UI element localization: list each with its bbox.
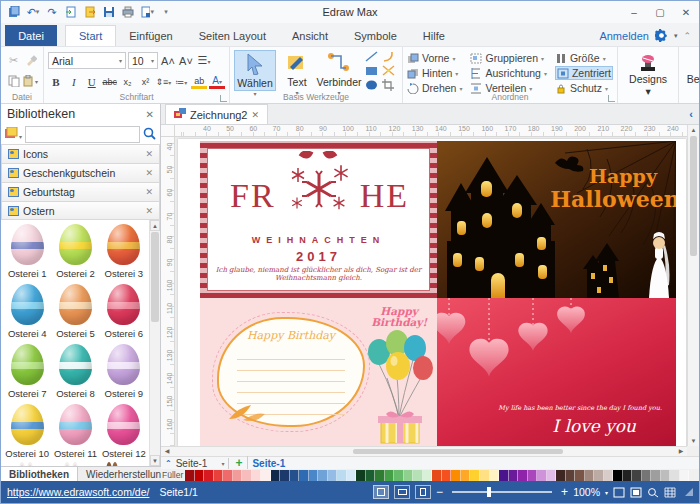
color-swatch[interactable] (651, 470, 661, 481)
brown-bunny-shape-icon[interactable] (103, 462, 137, 466)
export-icon[interactable] (83, 5, 97, 19)
color-swatch[interactable] (394, 470, 404, 481)
color-swatch[interactable] (290, 470, 300, 481)
crop-tool-icon[interactable] (381, 78, 398, 92)
color-swatch[interactable] (575, 470, 585, 481)
fit-window-icon[interactable] (613, 487, 625, 498)
library-item-geburtstag[interactable]: Geburtstag✕ (1, 182, 160, 201)
add-page-button[interactable]: + (233, 456, 248, 470)
color-swatch[interactable] (509, 470, 519, 481)
white-bunny-shape-icon[interactable] (58, 462, 84, 466)
line-spacing-icon[interactable]: ⇕≡▾ (155, 77, 171, 87)
scroll-up-icon[interactable]: ▲ (688, 125, 699, 135)
color-swatch[interactable] (195, 470, 205, 481)
library-item-close-icon[interactable]: ✕ (145, 206, 153, 216)
color-swatch[interactable] (556, 470, 566, 481)
menu-tab-einf-gen[interactable]: Einfügen (116, 25, 185, 46)
new-document-icon[interactable] (7, 5, 21, 19)
birthday-card[interactable]: Happy Birthday Happy Birthday! (200, 298, 437, 446)
hscroll-thumb[interactable] (353, 449, 563, 454)
color-swatch[interactable] (356, 470, 366, 481)
color-swatch[interactable] (385, 470, 395, 481)
shape-osterei-3[interactable]: Osterei 3 (100, 224, 148, 282)
highlight-color-icon[interactable]: ab (191, 76, 207, 89)
library-item-close-icon[interactable]: ✕ (145, 168, 153, 178)
document-tab[interactable]: Zeichnung2 ✕ (165, 104, 268, 124)
font-color-icon[interactable]: A▾ (209, 75, 225, 89)
tool-verbinder-button[interactable]: Verbinder▾ (318, 50, 360, 91)
menu-tab-symbole[interactable]: Symbole (341, 25, 410, 46)
print-icon[interactable] (121, 5, 135, 19)
fit-page-icon[interactable] (630, 487, 642, 498)
arc-tool-icon[interactable] (381, 50, 398, 64)
color-swatch[interactable] (642, 470, 652, 481)
scroll-down-icon[interactable]: ▼ (688, 436, 699, 446)
paste-icon[interactable]: ▾ (22, 73, 39, 89)
color-swatch[interactable] (594, 470, 604, 481)
color-swatch[interactable] (547, 470, 557, 481)
text-align-icon[interactable]: ☰▾ (196, 54, 212, 67)
line-tool-icon[interactable] (364, 50, 381, 64)
color-swatch[interactable] (680, 470, 690, 481)
color-swatch[interactable] (613, 470, 623, 481)
color-swatch[interactable] (585, 470, 595, 481)
library-panel-close-icon[interactable]: ✕ (146, 109, 154, 120)
drawing-page[interactable]: FR (178, 139, 686, 446)
sign-in-link[interactable]: Anmelden (599, 30, 649, 42)
zoom-area-icon[interactable] (647, 487, 659, 498)
color-swatch[interactable] (204, 470, 214, 481)
arrange-ausrichtung-button[interactable]: Ausrichtung▾ (470, 66, 546, 80)
library-scrollbar[interactable]: ▲ ▼ (149, 220, 160, 466)
redo-icon[interactable]: ↷ (45, 5, 59, 19)
arrange-gr-e-button[interactable]: Größe▾ (555, 51, 613, 65)
format-painter-icon[interactable] (22, 52, 39, 68)
page-selector[interactable]: Seite-1▾ (176, 458, 230, 469)
arrange-zentriert-button[interactable]: Zentriert (555, 66, 613, 80)
color-swatch[interactable] (461, 470, 471, 481)
color-swatch[interactable] (432, 470, 442, 481)
color-swatch[interactable] (537, 470, 547, 481)
color-swatch[interactable] (280, 470, 290, 481)
canvas-viewport[interactable]: FR (175, 137, 687, 446)
edrawsoft-link[interactable]: https://www.edrawsoft.com/de/ (7, 486, 149, 498)
zoom-slider-thumb[interactable] (487, 487, 491, 497)
color-swatch[interactable] (528, 470, 538, 481)
christmas-card[interactable]: FR (200, 141, 437, 298)
color-swatch[interactable] (299, 470, 309, 481)
underline-icon[interactable]: U (84, 76, 100, 88)
arrange-gruppieren-button[interactable]: Gruppieren▾ (470, 51, 546, 65)
color-swatch[interactable] (632, 470, 642, 481)
edit-button[interactable]: Bearbeiten ▾ (683, 50, 700, 91)
rectangle-tool-icon[interactable] (364, 64, 381, 78)
color-swatch[interactable] (518, 470, 528, 481)
menu-tab-hilfe[interactable]: Hilfe (410, 25, 458, 46)
shape-osterei-4[interactable]: Osterei 4 (3, 284, 51, 342)
halloween-card[interactable]: Happy Halloween (437, 141, 676, 298)
menu-tab-start[interactable]: Start (65, 25, 116, 46)
library-item-close-icon[interactable]: ✕ (145, 149, 153, 159)
close-button[interactable]: ✕ (673, 2, 699, 22)
font-size-select[interactable]: 10▾ (128, 52, 158, 69)
color-swatch[interactable] (490, 470, 500, 481)
pen-tool-icon[interactable] (381, 64, 398, 78)
minimize-button[interactable]: – (621, 2, 647, 22)
color-swatch[interactable] (252, 470, 262, 481)
shrink-font-icon[interactable]: A˅ (178, 55, 194, 67)
color-swatch[interactable] (347, 470, 357, 481)
horizontal-scrollbar[interactable]: ◀ ▶ (161, 446, 687, 456)
undo-icon[interactable]: ↶▾ (26, 5, 40, 19)
color-swatch[interactable] (413, 470, 423, 481)
zoom-in-button[interactable]: + (561, 485, 568, 499)
scroll-left-icon[interactable]: ◀ (161, 447, 173, 456)
grow-font-icon[interactable]: A˄ (160, 55, 176, 67)
shape-osterei-6[interactable]: Osterei 6 (100, 284, 148, 342)
collapse-ribbon-icon[interactable]: ⌃ (683, 31, 691, 41)
arrange-dialog-launcher-icon[interactable] (608, 95, 615, 102)
font-family-select[interactable]: Arial▾ (48, 52, 126, 69)
normal-view-icon[interactable] (373, 485, 389, 499)
shape-osterei-11[interactable]: Osterei 11 (51, 404, 99, 462)
search-icon[interactable] (143, 127, 156, 142)
collapse-pagebar-icon[interactable]: ⌃ (165, 459, 172, 468)
export-more-icon[interactable]: ▾ (140, 5, 154, 19)
color-swatch[interactable] (375, 470, 385, 481)
